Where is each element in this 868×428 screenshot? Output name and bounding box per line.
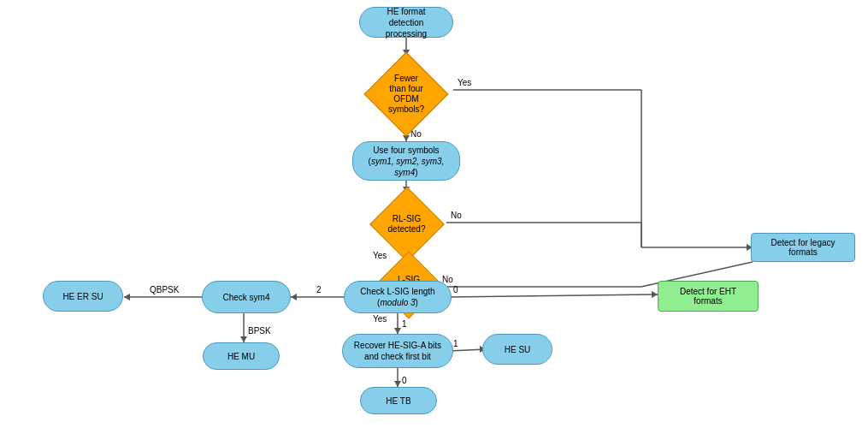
svg-line-39 (449, 349, 486, 351)
check-sym4-label: Check sym4 (222, 293, 269, 302)
he-mu-node: HE MU (203, 342, 280, 370)
detect-legacy-node: Detect for legacy formats (751, 233, 855, 262)
he-su-label: HE SU (505, 345, 531, 354)
he-su-node: HE SU (482, 334, 552, 365)
detect-eht-label: Detect for EHT formats (667, 287, 749, 306)
svg-text:BPSK: BPSK (248, 326, 271, 336)
he-er-su-label: HE ER SU (62, 292, 103, 301)
he-mu-label: HE MU (227, 352, 255, 361)
rlsig-label: RL-SIGdetected? (379, 214, 434, 235)
svg-text:Yes: Yes (373, 314, 387, 324)
he-format-detection-label: HE format detection processing (369, 6, 444, 39)
svg-text:Yes: Yes (458, 78, 471, 87)
he-tb-node: HE TB (360, 387, 437, 414)
detect-legacy-label: Detect for legacy formats (760, 238, 846, 257)
flowchart-canvas: Yes No No Yes No Yes 0 2 (0, 0, 868, 428)
rlsig-diamond-container: RL-SIGdetected? (366, 190, 447, 259)
fewer-ofdm-diamond-container: Fewerthan fourOFDMsymbols? (359, 56, 453, 133)
svg-marker-43 (394, 381, 401, 387)
svg-text:2: 2 (316, 285, 322, 294)
use-four-symbols-node: Use four symbols(sym1, sym2, sym3,sym4) (352, 141, 460, 181)
svg-text:1: 1 (402, 319, 407, 329)
recover-hesiga-node: Recover HE-SIG-A bitsand check first bit (342, 334, 453, 368)
detect-eht-node: Detect for EHT formats (658, 281, 759, 312)
check-lsig-label: Check L-SIG length(modulo 3) (360, 286, 434, 308)
use-four-symbols-label: Use four symbols(sym1, sym2, sym3,sym4) (369, 145, 445, 178)
fewer-ofdm-label: Fewerthan fourOFDMsymbols? (375, 74, 439, 115)
svg-marker-37 (240, 336, 247, 342)
he-format-detection-node: HE format detection processing (359, 7, 453, 38)
svg-marker-34 (124, 294, 130, 300)
he-er-su-node: HE ER SU (43, 281, 123, 312)
check-lsig-node: Check L-SIG length(modulo 3) (344, 281, 452, 313)
svg-text:No: No (451, 211, 462, 220)
svg-marker-31 (394, 328, 401, 334)
svg-text:1: 1 (453, 339, 458, 348)
he-tb-label: HE TB (386, 396, 410, 406)
svg-text:QBPSK: QBPSK (150, 285, 180, 294)
svg-text:0: 0 (402, 376, 407, 385)
svg-marker-28 (291, 294, 297, 300)
svg-line-24 (449, 294, 658, 297)
check-sym4-node: Check sym4 (202, 281, 291, 313)
svg-marker-25 (652, 291, 658, 298)
svg-text:0: 0 (453, 285, 458, 294)
recover-hesiga-label: Recover HE-SIG-A bitsand check first bit (354, 340, 441, 362)
